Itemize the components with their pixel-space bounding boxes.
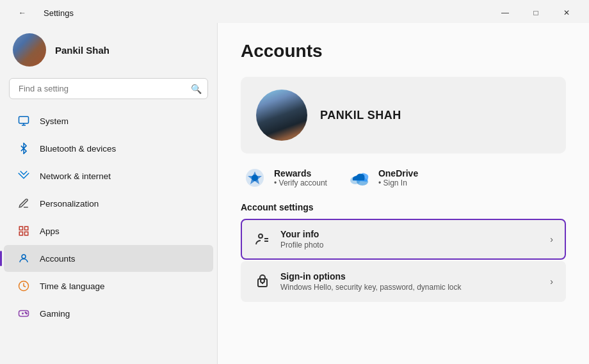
back-button[interactable]: ←	[8, 4, 37, 22]
svg-rect-4	[25, 226, 28, 230]
onedrive-sub: Sign In	[378, 178, 418, 187]
svg-rect-0	[19, 116, 29, 123]
accounts-icon	[17, 251, 31, 265]
system-icon	[17, 114, 31, 128]
settings-item-your-info[interactable]: Your info Profile photo ›	[241, 219, 566, 260]
titlebar: ← Settings — □ ✕	[0, 0, 589, 23]
main-content: Accounts PANKIL SHAH Rewards	[218, 23, 589, 364]
close-button[interactable]: ✕	[552, 4, 581, 22]
sidebar-item-time-label: Time & language	[40, 281, 105, 291]
service-item-onedrive[interactable]: OneDrive Sign In	[348, 166, 418, 189]
svg-rect-5	[19, 232, 22, 235]
your-info-chevron: ›	[550, 234, 553, 244]
sign-in-chevron: ›	[550, 276, 553, 287]
sidebar-item-personalization-label: Personalization	[40, 199, 99, 209]
svg-point-16	[252, 175, 258, 181]
settings-item-sign-in-info: Sign-in options Windows Hello, security …	[280, 271, 462, 292]
sign-in-icon	[254, 273, 271, 290]
sidebar-search: 🔍	[9, 78, 208, 99]
apps-icon	[17, 224, 31, 238]
sidebar-item-bluetooth[interactable]: Bluetooth & devices	[4, 135, 213, 162]
service-info-rewards: Rewards Verify account	[274, 168, 327, 187]
personalization-icon	[17, 196, 31, 210]
titlebar-controls: — □ ✕	[490, 4, 581, 22]
service-item-rewards[interactable]: Rewards Verify account	[243, 166, 327, 189]
rewards-name: Rewards	[274, 168, 327, 178]
account-name: PANKIL SHAH	[320, 109, 401, 122]
svg-point-19	[259, 234, 262, 238]
onedrive-icon	[348, 166, 371, 189]
sidebar-item-apps-label: Apps	[40, 226, 60, 236]
sidebar-item-apps[interactable]: Apps	[4, 218, 213, 244]
rewards-icon	[243, 166, 266, 189]
account-card: PANKIL SHAH	[241, 77, 566, 154]
titlebar-title: Settings	[44, 8, 74, 18]
sidebar-item-accounts[interactable]: Accounts	[4, 245, 213, 272]
onedrive-name: OneDrive	[378, 168, 418, 178]
sidebar-item-gaming-label: Gaming	[40, 309, 70, 319]
settings-item-your-info-left: Your info Profile photo	[254, 229, 323, 249]
maximize-button[interactable]: □	[521, 4, 551, 22]
settings-item-your-info-info: Your info Profile photo	[280, 229, 323, 249]
search-icon: 🔍	[191, 84, 202, 94]
sidebar-item-personalization[interactable]: Personalization	[4, 190, 213, 217]
svg-rect-3	[19, 226, 22, 230]
bluetooth-icon	[17, 141, 31, 155]
account-avatar-image	[256, 90, 307, 141]
sidebar: Pankil Shah 🔍 System Bluetooth & devices	[0, 23, 218, 364]
settings-list: Your info Profile photo ›	[241, 219, 566, 302]
account-settings-label: Account settings	[241, 202, 566, 212]
sidebar-avatar-image	[13, 33, 46, 67]
sidebar-item-accounts-label: Accounts	[40, 254, 76, 264]
sidebar-item-network[interactable]: Network & internet	[4, 162, 213, 189]
rewards-sub: Verify account	[274, 178, 327, 187]
svg-rect-6	[25, 232, 28, 235]
titlebar-left: ← Settings	[8, 4, 74, 22]
sidebar-item-system-label: System	[40, 116, 69, 126]
sign-in-title: Sign-in options	[280, 271, 462, 281]
sidebar-user[interactable]: Pankil Shah	[0, 23, 217, 78]
settings-item-sign-in-left: Sign-in options Windows Hello, security …	[254, 271, 462, 292]
your-info-sub: Profile photo	[280, 241, 323, 249]
sidebar-avatar	[13, 33, 46, 67]
minimize-button[interactable]: —	[490, 4, 520, 22]
svg-point-7	[22, 255, 26, 258]
svg-point-13	[26, 313, 28, 314]
sidebar-item-time[interactable]: Time & language	[4, 273, 213, 299]
sidebar-item-system[interactable]: System	[4, 107, 213, 134]
sidebar-username: Pankil Shah	[55, 45, 109, 56]
your-info-title: Your info	[280, 229, 323, 239]
app-body: Pankil Shah 🔍 System Bluetooth & devices	[0, 23, 589, 364]
time-icon	[17, 279, 31, 293]
sidebar-item-bluetooth-label: Bluetooth & devices	[40, 144, 116, 154]
search-input[interactable]	[9, 78, 208, 99]
account-services: Rewards Verify account OneDrive Sign In	[241, 166, 566, 189]
service-info-onedrive: OneDrive Sign In	[378, 168, 418, 187]
sidebar-item-network-label: Network & internet	[40, 171, 111, 181]
page-title: Accounts	[241, 41, 566, 61]
nav-list: System Bluetooth & devices Network & int…	[0, 107, 217, 364]
gaming-icon	[17, 306, 31, 320]
account-avatar	[256, 90, 307, 141]
settings-item-sign-in[interactable]: Sign-in options Windows Hello, security …	[241, 261, 566, 302]
sidebar-item-gaming[interactable]: Gaming	[4, 300, 213, 327]
sign-in-sub: Windows Hello, security key, password, d…	[280, 283, 462, 292]
your-info-icon	[254, 230, 271, 248]
network-icon	[17, 169, 31, 183]
